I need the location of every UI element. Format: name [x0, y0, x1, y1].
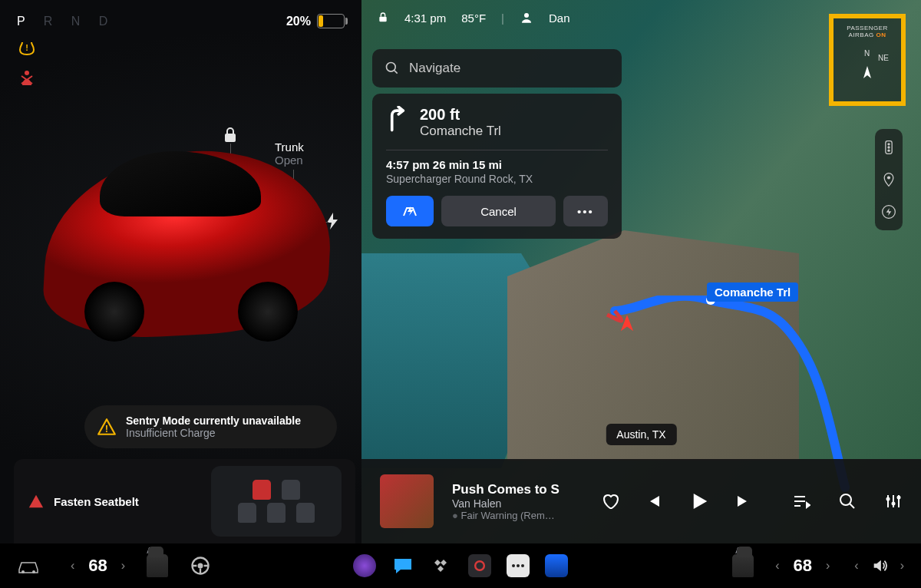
queue-icon[interactable] — [792, 492, 810, 510]
battery-icon — [317, 14, 345, 28]
svg-rect-5 — [379, 17, 386, 22]
traffic-light-icon[interactable] — [881, 140, 896, 155]
svg-point-14 — [840, 494, 851, 505]
current-position-marker — [616, 313, 638, 335]
temp-right-up[interactable]: › — [826, 559, 830, 573]
next-track-icon[interactable] — [734, 492, 753, 510]
favorite-icon[interactable] — [601, 492, 619, 510]
svg-point-10 — [887, 146, 890, 148]
volume-up[interactable]: › — [900, 559, 904, 573]
all-apps-icon[interactable] — [507, 554, 530, 577]
media-search-icon[interactable] — [838, 492, 857, 510]
track-info[interactable]: Push Comes to S Van Halen ● Fair Warning… — [452, 482, 560, 521]
sentry-warning-card[interactable]: ! Sentry Mode currently unavailable Insu… — [84, 405, 337, 448]
play-icon[interactable] — [687, 490, 710, 513]
battery-percent: 20% — [286, 15, 311, 28]
compass-icon[interactable]: N NE — [847, 49, 887, 89]
svg-point-23 — [512, 564, 515, 567]
turn-right-icon — [386, 106, 409, 132]
sentry-title: Sentry Mode currently unavailable — [126, 415, 301, 427]
sentry-subtitle: Insufficient Charge — [126, 427, 301, 439]
navigate-search[interactable]: Navigate — [372, 49, 622, 88]
road-name-label: Comanche Trl — [707, 282, 798, 302]
status-bar: 4:31 pm 85°F | Dan — [377, 11, 570, 25]
nav-distance: 200 ft — [420, 106, 501, 124]
map-pin-icon[interactable] — [881, 172, 896, 187]
svg-rect-2 — [225, 134, 236, 142]
svg-point-17 — [897, 496, 901, 500]
svg-point-22 — [475, 561, 484, 570]
svg-point-18 — [21, 570, 25, 573]
svg-point-21 — [198, 563, 203, 569]
svg-point-6 — [524, 13, 529, 18]
equalizer-icon[interactable] — [884, 492, 903, 510]
gear-selector: P R N D — [17, 15, 115, 28]
toybox-app-icon[interactable] — [545, 554, 568, 577]
volume-icon[interactable] — [870, 557, 890, 574]
temp-left-up[interactable]: › — [121, 559, 125, 573]
map-tools — [875, 129, 903, 230]
bottom-dock: ‹ 68 › Auto Auto ‹ 68 › ‹ — [0, 543, 921, 588]
svg-point-7 — [387, 63, 396, 72]
search-icon — [385, 61, 400, 76]
temp-right-down[interactable]: ‹ — [775, 559, 779, 573]
camera-app-icon[interactable] — [468, 554, 491, 577]
media-bar: Push Comes to S Van Halen ● Fair Warning… — [361, 459, 921, 543]
seats-diagram — [211, 466, 342, 537]
album-art[interactable] — [380, 474, 434, 528]
passenger-temp[interactable]: 68 — [794, 556, 812, 576]
svg-text:!: ! — [105, 423, 108, 434]
alert-triangle-icon — [28, 493, 45, 510]
warning-triangle-icon: ! — [97, 417, 117, 437]
svg-point-16 — [892, 502, 896, 506]
track-album: Fair Warning (Rem… — [460, 510, 554, 521]
svg-point-15 — [886, 497, 890, 501]
prev-track-icon[interactable] — [644, 492, 662, 510]
clock: 4:31 pm — [404, 12, 446, 25]
temp-left-down[interactable]: ‹ — [71, 559, 74, 573]
gear-p: P — [17, 15, 32, 28]
battery-status[interactable]: 20% — [286, 14, 345, 28]
dashcam-app-icon[interactable] — [353, 554, 376, 577]
passenger-airbag-badge: PASSENGERAIRBAG ON N NE — [829, 14, 906, 106]
car-render — [46, 151, 330, 335]
map-panel[interactable]: Comanche Trl 4:31 pm 85°F | Dan Navigate… — [361, 0, 921, 543]
steering-wheel-heat-icon[interactable] — [190, 555, 211, 576]
svg-point-19 — [32, 570, 35, 573]
nav-destination: Supercharger Round Rock, TX — [386, 173, 608, 185]
tidal-app-icon[interactable] — [430, 554, 453, 577]
seat-driver — [253, 480, 271, 500]
lock-icon[interactable] — [223, 127, 238, 144]
svg-point-11 — [887, 150, 890, 152]
seatbelt-message: Fasten Seatbelt — [54, 495, 139, 508]
nav-street: Comanche Trl — [420, 124, 501, 139]
charger-map-icon[interactable] — [881, 204, 896, 220]
lock-icon[interactable] — [377, 12, 389, 24]
navigation-card: 200 ft Comanche Trl 4:57 pm 26 min 15 mi… — [372, 94, 622, 239]
seat-passenger — [282, 480, 300, 500]
volume-down[interactable]: ‹ — [854, 559, 858, 573]
nav-more-button[interactable]: ••• — [563, 196, 608, 226]
outside-temp[interactable]: 85°F — [461, 12, 486, 25]
vehicle-panel: P R N D 20% ! — [0, 0, 361, 543]
city-label: Austin, TX — [606, 424, 676, 445]
svg-point-12 — [887, 176, 890, 179]
nav-cancel-button[interactable]: Cancel — [441, 196, 556, 226]
svg-point-25 — [521, 564, 524, 567]
nav-eta: 4:57 pm 26 min 15 mi — [386, 158, 608, 171]
nav-supercharger-button[interactable] — [386, 196, 434, 226]
driver-temp[interactable]: 68 — [88, 556, 107, 576]
user-icon[interactable] — [520, 11, 533, 25]
track-title: Push Comes to S — [452, 482, 560, 497]
driver-seat-heater-icon[interactable] — [147, 554, 168, 577]
driver-name[interactable]: Dan — [549, 12, 570, 25]
passenger-seat-heater-icon[interactable] — [732, 554, 754, 577]
seatbelt-alert-card[interactable]: Fasten Seatbelt — [14, 459, 355, 543]
svg-point-9 — [887, 143, 890, 145]
svg-point-24 — [517, 564, 520, 567]
car-settings-icon[interactable] — [17, 557, 40, 574]
messages-app-icon[interactable] — [391, 554, 414, 577]
search-placeholder: Navigate — [409, 61, 460, 76]
track-artist: Van Halen — [452, 497, 560, 510]
